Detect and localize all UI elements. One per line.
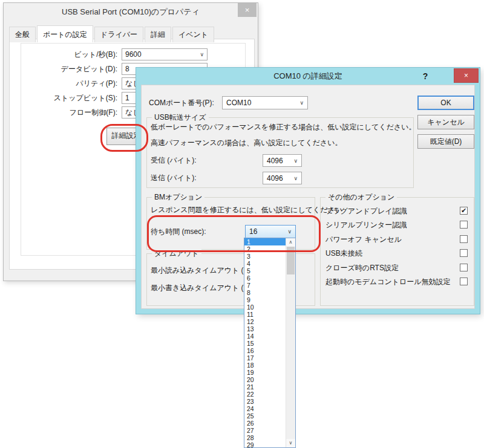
latency-option-6[interactable]: 6	[244, 274, 286, 282]
rts-on-close-label: クローズ時のRTS設定	[325, 263, 399, 273]
plug-and-play-checkbox[interactable]: ✔	[460, 207, 468, 215]
timeouts-legend: タイムアウト	[152, 249, 201, 258]
close-icon[interactable]: ×	[238, 3, 257, 17]
scrollbar-thumb[interactable]	[287, 247, 295, 274]
serial-printer-label: シリアルプリンター認識	[325, 220, 407, 230]
data-bits-value: 8	[125, 65, 129, 73]
tab-port-settings[interactable]: ポートの設定	[37, 25, 93, 42]
scroll-down-icon[interactable]: ∨	[286, 439, 295, 447]
data-bits-label: データビット(D):	[22, 63, 117, 75]
close-icon[interactable]: ×	[454, 68, 479, 83]
receive-bytes-label: 受信 (バイト):	[151, 154, 197, 166]
parity-label: パリティ(P):	[22, 77, 117, 89]
latency-option-5[interactable]: 5	[244, 267, 286, 274]
receive-bytes-select[interactable]: 4096 ∨	[263, 154, 302, 167]
help-icon[interactable]: ?	[417, 69, 434, 83]
tab-strip: 全般ポートの設定ドライバー詳細イベント	[9, 25, 215, 42]
option-row-plug-and-play: プラグアンドプレイ認識✔	[321, 206, 474, 216]
tab-events[interactable]: イベント	[172, 27, 214, 42]
dialog-title: USB Serial Port (COM10)のプロパティ	[4, 3, 258, 21]
dialog-content: COMポート番号(P): COM10 ∨ OK キャンセル 既定値(D) USB…	[141, 85, 475, 309]
tab-details[interactable]: 詳細	[145, 27, 171, 42]
latency-option-7[interactable]: 7	[244, 282, 286, 289]
usb-transfer-group: USB転送サイズ 低ボーレートでのパフォーマンスを修正する場合は、低い設定にして…	[146, 117, 414, 188]
rts-on-close-checkbox[interactable]	[460, 264, 468, 271]
latency-option-18[interactable]: 18	[244, 362, 286, 369]
chevron-down-icon: ∨	[293, 155, 298, 166]
latency-option-10[interactable]: 10	[244, 304, 286, 311]
option-row-usb-unplugged: USB未接続	[321, 248, 474, 258]
latency-option-12[interactable]: 12	[244, 318, 286, 325]
field-row-bits-per-second: ビット/秒(B):9600∨	[4, 48, 258, 60]
chevron-down-icon: ∨	[287, 226, 292, 238]
plug-and-play-label: プラグアンドプレイ認識	[325, 206, 407, 216]
latency-select[interactable]: 16 ∨	[245, 225, 296, 238]
com10-advanced-settings-dialog: COM10 の詳細設定 ? × COMポート番号(P): COM10 ∨ OK …	[136, 68, 480, 314]
bits-per-second-label: ビット/秒(B):	[22, 48, 117, 60]
flow-control-label: フロー制御(F):	[22, 106, 117, 118]
usb-transfer-legend: USB転送サイズ	[152, 113, 209, 122]
transmit-bytes-label: 送信 (バイト):	[151, 172, 197, 184]
latency-option-25[interactable]: 25	[244, 412, 286, 420]
latency-option-8[interactable]: 8	[244, 289, 286, 296]
latency-option-15[interactable]: 15	[244, 340, 286, 347]
option-row-power-off-cancel: パワーオフ キャンセル	[321, 235, 474, 244]
bits-per-second-value: 9600	[125, 50, 142, 59]
latency-option-1[interactable]: 1	[244, 238, 286, 245]
tab-general[interactable]: 全般	[9, 27, 36, 42]
latency-option-28[interactable]: 28	[244, 434, 286, 441]
dropdown-scrollbar[interactable]: ∧ ∨	[286, 238, 295, 447]
misc-options-group: その他のオプション プラグアンドプレイ認識✔シリアルプリンター認識パワーオフ キ…	[320, 197, 474, 306]
receive-bytes-value: 4096	[267, 155, 283, 166]
latency-option-2[interactable]: 2	[244, 245, 286, 253]
latency-option-21[interactable]: 21	[244, 383, 286, 391]
option-row-serial-printer: シリアルプリンター認識	[321, 220, 474, 230]
bm-options-hint: レスポンス問題を修正するには、低い設定にしてください	[151, 204, 342, 216]
latency-option-23[interactable]: 23	[244, 398, 286, 405]
stop-bits-value: 1	[125, 94, 129, 102]
cancel-button[interactable]: キャンセル	[417, 115, 474, 129]
serial-printer-checkbox[interactable]	[460, 221, 468, 229]
usb-transfer-hint-high: 高速パフォーマンスの場合は、高い設定にしてください。	[151, 137, 342, 149]
transmit-bytes-value: 4096	[267, 172, 283, 184]
latency-option-16[interactable]: 16	[244, 347, 286, 354]
latency-option-27[interactable]: 27	[244, 427, 286, 434]
latency-option-17[interactable]: 17	[244, 354, 286, 362]
disable-modem-ctrl-checkbox[interactable]	[460, 278, 468, 285]
latency-option-13[interactable]: 13	[244, 325, 286, 333]
latency-option-14[interactable]: 14	[244, 333, 286, 340]
ok-button[interactable]: OK	[417, 96, 474, 110]
chevron-down-icon: ∨	[299, 97, 304, 109]
stop-bits-label: ストップビット(S):	[22, 92, 117, 104]
latency-option-26[interactable]: 26	[244, 420, 286, 427]
defaults-button[interactable]: 既定値(D)	[417, 134, 474, 149]
latency-option-4[interactable]: 4	[244, 260, 286, 267]
com-port-value: COM10	[226, 97, 251, 109]
latency-option-24[interactable]: 24	[244, 405, 286, 412]
latency-dropdown-items: 1234567891011121314151617181920212223242…	[244, 238, 286, 447]
latency-option-19[interactable]: 19	[244, 369, 286, 376]
bits-per-second-select[interactable]: 9600∨	[122, 48, 208, 60]
com-port-label: COMポート番号(P):	[149, 97, 214, 109]
latency-value: 16	[249, 226, 257, 238]
latency-option-29[interactable]: 29	[244, 441, 286, 448]
latency-label: 待ち時間 (msec):	[151, 226, 206, 238]
latency-option-9[interactable]: 9	[244, 296, 286, 304]
power-off-cancel-checkbox[interactable]	[460, 235, 468, 243]
latency-option-22[interactable]: 22	[244, 391, 286, 398]
scroll-up-icon[interactable]: ∧	[286, 238, 295, 247]
option-row-disable-modem-ctrl: 起動時のモデムコントロール無効設定	[321, 277, 474, 287]
disable-modem-ctrl-label: 起動時のモデムコントロール無効設定	[325, 277, 451, 287]
power-off-cancel-label: パワーオフ キャンセル	[325, 235, 402, 244]
com-port-select[interactable]: COM10 ∨	[222, 96, 308, 109]
chevron-down-icon: ∨	[200, 49, 204, 60]
bm-options-legend: BMオプション	[152, 193, 204, 201]
option-row-rts-on-close: クローズ時のRTS設定	[321, 263, 474, 273]
usb-unplugged-checkbox[interactable]	[460, 249, 468, 257]
latency-option-20[interactable]: 20	[244, 376, 286, 383]
latency-option-3[interactable]: 3	[244, 253, 286, 260]
transmit-bytes-select[interactable]: 4096 ∨	[263, 172, 302, 184]
tab-driver[interactable]: ドライバー	[94, 27, 143, 42]
latency-option-11[interactable]: 11	[244, 311, 286, 318]
latency-dropdown-list: 1234567891011121314151617181920212223242…	[244, 238, 296, 448]
